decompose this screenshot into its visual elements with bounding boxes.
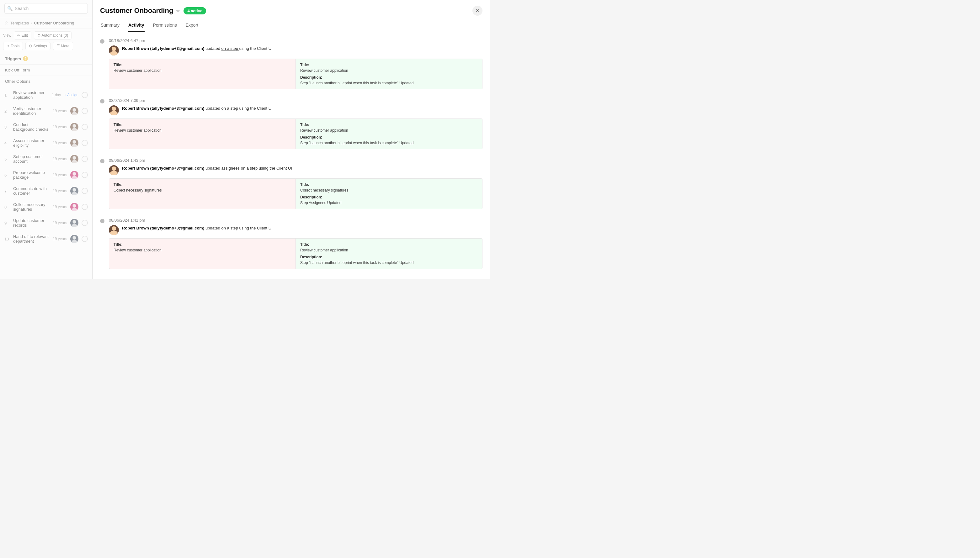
user-name: Robert Brown (tallyfydemo+3@gmail.com) (122, 226, 204, 230)
activity-body: 08/06/2024 1:43 pm Robert Brown (tallyfy… (109, 158, 482, 209)
activity-user-row: Robert Brown (tallyfydemo+3@gmail.com) u… (109, 46, 482, 56)
panel-title: Customer Onboarding (100, 7, 173, 15)
action-link[interactable]: on a step (221, 106, 239, 111)
action-link[interactable]: on a step (221, 226, 239, 230)
tab-activity[interactable]: Activity (128, 20, 145, 32)
activity-description: Robert Brown (tallyfydemo+3@gmail.com) u… (122, 225, 482, 231)
diff-table: Title: Review customer application Title… (109, 59, 482, 89)
svg-point-19 (110, 51, 118, 56)
activity-content: 09/18/2024 6:47 pm Robert Brown (tallyfy… (92, 32, 490, 279)
avatar (109, 225, 119, 235)
diff-cell-new: Title: Collect necessary signatures Desc… (296, 179, 482, 209)
edit-title-button[interactable]: ✏ (176, 8, 180, 14)
panel-header: Customer Onboarding ✏ 4 active × Summary… (92, 0, 490, 32)
diff-cell-new: Title: Review customer application Descr… (296, 59, 482, 89)
diff-table: Title: Review customer application Title… (109, 118, 482, 149)
svg-point-25 (110, 231, 118, 235)
list-item: 08/06/2024 1:41 pm Robert Brown (tallyfy… (100, 218, 482, 269)
list-item: 07/22/2024 11:07 am Robert Brown (tallyf… (100, 278, 482, 279)
activity-user-row: Robert Brown (tallyfydemo+3@gmail.com) u… (109, 165, 482, 175)
svg-point-20 (112, 107, 116, 111)
activity-body: 08/06/2024 1:41 pm Robert Brown (tallyfy… (109, 218, 482, 269)
svg-point-23 (110, 171, 118, 175)
avatar (109, 46, 119, 56)
active-badge: 4 active (184, 7, 206, 15)
svg-point-22 (112, 166, 116, 171)
diff-cell-old: Title: Review customer application (109, 119, 296, 149)
diff-cell-new: Title: Review customer application Descr… (296, 238, 482, 269)
tab-export[interactable]: Export (185, 20, 199, 32)
user-name: Robert Brown (tallyfydemo+3@gmail.com) (122, 46, 204, 51)
timeline-dot (100, 279, 104, 279)
tabs: Summary Activity Permissions Export (100, 20, 482, 32)
tab-permissions[interactable]: Permissions (152, 20, 177, 32)
activity-user-row: Robert Brown (tallyfydemo+3@gmail.com) u… (109, 105, 482, 115)
activity-timestamp: 08/06/2024 1:41 pm (109, 218, 482, 223)
diff-cell-new: Title: Review customer application Descr… (296, 119, 482, 149)
svg-point-24 (112, 226, 116, 231)
diff-table: Title: Collect necessary signatures Titl… (109, 178, 482, 209)
panel-title-row: Customer Onboarding ✏ 4 active × (100, 6, 482, 16)
left-panel-overlay (0, 0, 92, 279)
activity-timestamp: 08/07/2024 7:09 pm (109, 98, 482, 103)
user-name: Robert Brown (tallyfydemo+3@gmail.com) (122, 106, 204, 111)
activity-timestamp: 09/18/2024 6:47 pm (109, 38, 482, 43)
user-name: Robert Brown (tallyfydemo+3@gmail.com) (122, 166, 204, 171)
action-link[interactable]: on a step (241, 166, 259, 171)
activity-user-row: Robert Brown (tallyfydemo+3@gmail.com) u… (109, 225, 482, 235)
left-panel: 🔍 ☆ Templates › Customer Onboarding View… (0, 0, 92, 279)
diff-cell-old: Title: Review customer application (109, 59, 296, 89)
timeline-dot (100, 219, 104, 223)
activity-description: Robert Brown (tallyfydemo+3@gmail.com) u… (122, 46, 482, 52)
svg-point-18 (112, 47, 116, 51)
svg-point-21 (110, 111, 118, 115)
list-item: 08/06/2024 1:43 pm Robert Brown (tallyfy… (100, 158, 482, 209)
action-link[interactable]: on a step (221, 46, 239, 51)
timeline-dot (100, 99, 104, 103)
right-panel: Customer Onboarding ✏ 4 active × Summary… (92, 0, 490, 279)
diff-cell-old: Title: Collect necessary signatures (109, 179, 296, 209)
activity-body: 07/22/2024 11:07 am Robert Brown (tallyf… (109, 278, 482, 279)
panel-title-group: Customer Onboarding ✏ 4 active (100, 7, 206, 15)
timeline-dot (100, 39, 104, 44)
diff-table: Title: Review customer application Title… (109, 238, 482, 269)
avatar (109, 165, 119, 175)
timeline-dot (100, 159, 104, 163)
activity-timestamp: 08/06/2024 1:43 pm (109, 158, 482, 163)
tab-summary[interactable]: Summary (100, 20, 120, 32)
diff-cell-old: Title: Review customer application (109, 238, 296, 269)
activity-description: Robert Brown (tallyfydemo+3@gmail.com) u… (122, 105, 482, 112)
avatar (109, 105, 119, 115)
activity-body: 09/18/2024 6:47 pm Robert Brown (tallyfy… (109, 38, 482, 89)
activity-description: Robert Brown (tallyfydemo+3@gmail.com) u… (122, 165, 482, 171)
activity-timestamp: 07/22/2024 11:07 am (109, 278, 482, 279)
list-item: 08/07/2024 7:09 pm Robert Brown (tallyfy… (100, 98, 482, 149)
activity-body: 08/07/2024 7:09 pm Robert Brown (tallyfy… (109, 98, 482, 149)
list-item: 09/18/2024 6:47 pm Robert Brown (tallyfy… (100, 38, 482, 89)
close-button[interactable]: × (472, 6, 482, 16)
